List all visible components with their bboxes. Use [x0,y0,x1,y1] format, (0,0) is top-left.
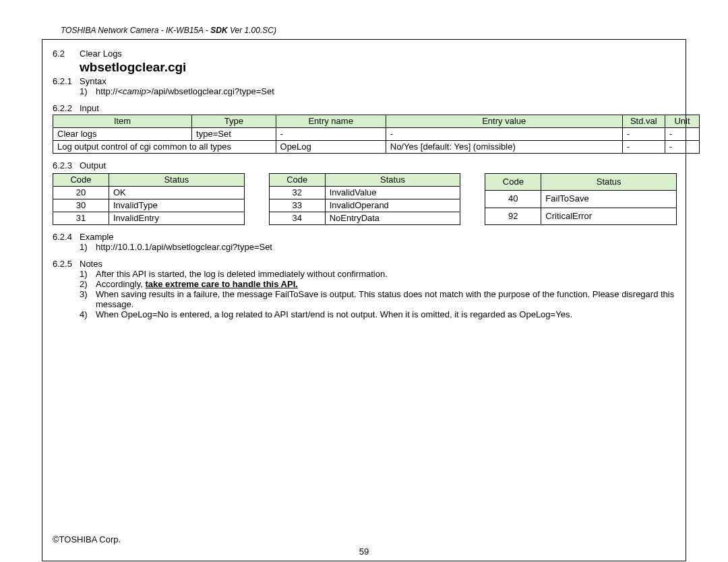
section-title: Clear Logs [80,49,122,59]
list-number: 1) [80,242,96,252]
list-number: 1) [80,86,96,96]
table-header-row: Item Type Entry name Entry value Std.val… [53,115,700,128]
table-header-row: Code Status [269,174,460,187]
table-row: Clear logs type=Set - - - - [53,128,700,141]
table-header-row: Code Status [53,174,245,187]
table-row: 30InvalidType [53,199,245,212]
content-area: 6.2 Clear Logs wbsetlogclear.cgi 6.2.1 S… [40,35,688,319]
note-item: 1) After this API is started, the log is… [80,269,677,279]
header-product: TOSHIBA Network Camera - IK-WB15A - [61,26,210,35]
note-item: 3) When saving results in a failure, the… [80,289,677,309]
notes-label: Notes [80,259,102,269]
syntax-url: http://<camip>/api/wbsetlogclear.cgi?typ… [96,86,677,96]
table-row: Log output control of cgi common to all … [53,141,700,154]
example-text: http://10.1.0.1/api/wbsetlogclear.cgi?ty… [96,242,677,252]
syntax-item: 1) http://<camip>/api/wbsetlogclear.cgi?… [80,86,677,96]
col-stdval: Std.val [622,115,665,128]
cgi-name: wbsetlogclear.cgi [80,60,677,75]
document-page: TOSHIBA Network Camera - IK-WB15A - SDK … [0,0,728,562]
col-code: Code [485,174,541,191]
section-heading: 6.2 Clear Logs [53,49,677,59]
col-entryname: Entry name [276,115,386,128]
page-number: 59 [0,547,728,557]
output-number: 6.2.3 [53,160,80,170]
list-number: 2) [80,279,96,289]
note-item: 4) When OpeLog=No is entered, a log rela… [80,309,677,319]
syntax-heading: 6.2.1 Syntax [53,76,677,86]
output-table-2: Code Status 32InvalidValue 33InvalidOper… [269,173,461,225]
page-header: TOSHIBA Network Camera - IK-WB15A - SDK … [61,26,708,35]
input-heading: 6.2.2 Input [53,103,677,113]
list-number: 4) [80,309,96,319]
table-row: 34NoEntryData [269,212,460,225]
table-header-row: Code Status [485,174,677,191]
output-tables-container: Code Status 20OK 30InvalidType 31Invalid… [53,172,677,225]
table-row: 40FailToSave [485,191,677,208]
note-text: When saving results in a failure, the me… [96,289,677,309]
col-status: Status [325,174,460,187]
note-item: 2) Accordingly, take extreme care to han… [80,279,677,289]
notes-number: 6.2.5 [53,259,80,269]
example-heading: 6.2.4 Example [53,232,677,242]
section-number: 6.2 [53,49,80,59]
notes-list: 1) After this API is started, the log is… [53,269,677,319]
syntax-number: 6.2.1 [53,76,80,86]
example-item: 1) http://10.1.0.1/api/wbsetlogclear.cgi… [80,242,677,252]
notes-heading: 6.2.5 Notes [53,259,677,269]
table-row: 20OK [53,187,245,199]
output-table-1: Code Status 20OK 30InvalidType 31Invalid… [53,173,245,225]
output-label: Output [80,160,106,170]
header-version: Ver 1.00.SC) [228,26,276,35]
syntax-label: Syntax [80,76,107,86]
output-heading: 6.2.3 Output [53,160,677,170]
example-label: Example [80,232,114,242]
header-sdk: SDK [210,26,227,35]
col-type: Type [192,115,276,128]
table-row: 32InvalidValue [269,187,460,199]
col-code: Code [53,174,109,187]
input-number: 6.2.2 [53,103,80,113]
col-code: Code [269,174,325,187]
example-number: 6.2.4 [53,232,80,242]
table-row: 31InvalidEntry [53,212,245,225]
list-number: 3) [80,289,96,309]
input-table: Item Type Entry name Entry value Std.val… [53,115,700,154]
note-text: Accordingly, take extreme care to handle… [96,279,677,289]
table-row: 92CriticalError [485,208,677,224]
col-entryvalue: Entry value [386,115,622,128]
input-label: Input [80,103,99,113]
output-table-3: Code Status 40FailToSave 92CriticalError [485,173,677,225]
col-item: Item [53,115,192,128]
col-status: Status [109,174,245,187]
note-text: After this API is started, the log is de… [96,269,677,279]
table-row: 33InvalidOperand [269,199,460,212]
col-unit: Unit [665,115,699,128]
list-number: 1) [80,269,96,279]
col-status: Status [541,174,677,191]
footer-copyright: ©TOSHIBA Corp. [53,534,675,544]
note-text: When OpeLog=No is entered, a log related… [96,309,677,319]
